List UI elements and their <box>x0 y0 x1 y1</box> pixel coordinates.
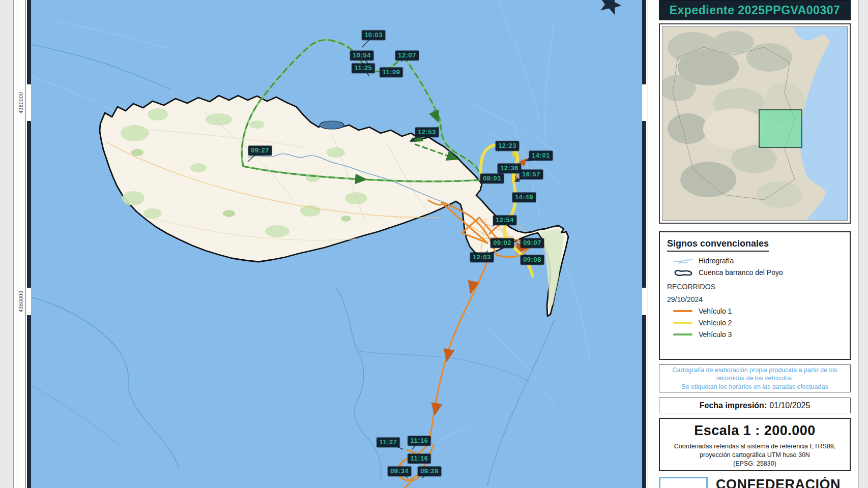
grid-coordinate-label: 4360000 <box>18 290 24 313</box>
expediente-title-bar: Expediente 2025PPGVA00307 <box>659 0 851 20</box>
print-date-value: 01/10/2025 <box>769 401 810 410</box>
legend-item-label: Vehículo 2 <box>699 319 732 327</box>
note-line: Cartografía de elaboración propia produc… <box>662 366 847 374</box>
note-line: recorridos de los vehículos. <box>662 374 847 382</box>
map-sheet: 4380000 4360000 10:0310:5412:0711:2511:0… <box>0 0 868 488</box>
legend-item-label: Vehículo 3 <box>699 330 732 339</box>
organization-name: CONFEDERACIÓN <box>716 477 841 488</box>
legend-date: 29/10/2024 <box>667 295 843 303</box>
scale-title: Escala 1 : 200.000 <box>660 423 850 439</box>
print-date-label: Fecha impresión: <box>700 401 767 410</box>
legend-heading: Signos convencionales <box>667 238 769 252</box>
basin-outline-icon <box>673 268 693 277</box>
vehicle-3-line-swatch <box>673 333 692 336</box>
organization-footer: CONFEDERACIÓN <box>659 477 851 488</box>
cartography-note: Cartografía de elaboración propia produc… <box>659 364 851 392</box>
vehicle-2-line-swatch <box>673 322 692 324</box>
inset-extent-rectangle <box>759 110 802 147</box>
note-line: Se etiquetan los horarios en las paradas… <box>662 383 847 391</box>
legend-item-label: Vehículo 1 <box>699 307 732 315</box>
scale-box: Escala 1 : 200.000 Coordenadas referidas… <box>659 418 851 471</box>
grid-coordinate-label: 4380000 <box>18 91 24 114</box>
legend-item-label: Hidrografía <box>699 257 734 265</box>
legend-item-vehiculo-1: Vehículo 1 <box>667 307 843 315</box>
crs-description: Coordenadas referidas al sistema de refe… <box>660 442 850 468</box>
legend-recorridos-label: RECORRIDOS <box>667 283 843 291</box>
inset-map-canvas <box>662 27 847 220</box>
legend-item-label: Cuenca barranco del Poyo <box>699 268 783 277</box>
legend-item-hidrografia: Hidrografía <box>667 257 843 265</box>
legend: Signos convencionales Hidrografía Cuenca… <box>659 231 851 360</box>
legend-item-vehiculo-3: Vehículo 3 <box>667 330 843 339</box>
legend-item-cuenca: Cuenca barranco del Poyo <box>667 268 843 277</box>
reservoir <box>320 121 344 129</box>
print-date-bar: Fecha impresión: 01/10/2025 <box>659 398 851 413</box>
vehicle-1-line-swatch <box>673 310 692 312</box>
situation-inset-map <box>659 23 851 224</box>
expediente-title: Expediente 2025PPGVA00307 <box>670 4 841 17</box>
legend-item-vehiculo-2: Vehículo 2 <box>667 319 843 327</box>
organization-logo <box>659 477 708 488</box>
hydrography-lines-icon <box>673 257 693 265</box>
